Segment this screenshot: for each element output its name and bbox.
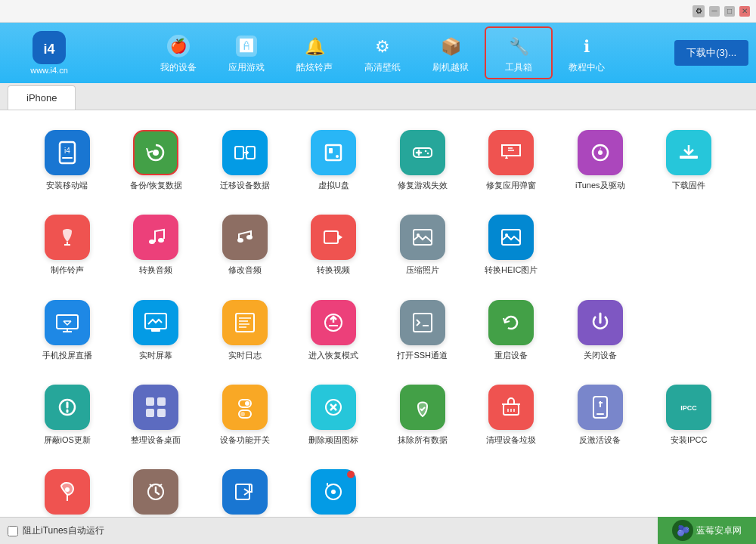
svg-rect-24: [680, 156, 698, 159]
tool-label-organize-desktop: 整理设备桌面: [131, 434, 181, 445]
tool-item-organize-desktop[interactable]: 整理设备桌面: [112, 380, 201, 450]
tool-item-placeholder3[interactable]: [645, 295, 734, 365]
svg-rect-35: [145, 314, 166, 329]
tool-item-clean-junk[interactable]: 清理设备垃圾: [467, 380, 556, 450]
svg-rect-37: [236, 314, 254, 332]
nav-label-wallpaper: 高清壁纸: [364, 61, 401, 74]
tool-item-device-toggle[interactable]: 设备功能开关: [200, 380, 290, 450]
tool-item-deactivate[interactable]: 反激活设备: [556, 380, 645, 450]
tool-item-edit-audio[interactable]: 修改音频: [200, 210, 290, 280]
tool-item-convert-heic[interactable]: 转换HEIC图片: [467, 210, 556, 280]
tool-item-install-ipcc[interactable]: IPCC 安装IPCC: [645, 380, 734, 450]
nav-item-tutorials[interactable]: ℹ 教程中心: [553, 26, 621, 79]
tool-icon-edit-audio: [222, 215, 268, 260]
tool-icon-clean-junk: [488, 385, 534, 430]
tool-item-break-time-limit[interactable]: 破解时间限额: [112, 465, 201, 517]
tool-item-download-firmware[interactable]: 下载固件: [645, 125, 734, 195]
tool-item-shutdown-device[interactable]: 关闭设备: [556, 295, 645, 365]
tool-icon-convert-audio: [133, 215, 178, 260]
nav-item-apps-games[interactable]: 🅰 应用游戏: [212, 26, 280, 79]
tool-item-placeholder1[interactable]: [556, 210, 645, 280]
svg-point-31: [417, 233, 420, 236]
tool-item-open-ssh[interactable]: 打开SSH通道: [378, 295, 467, 365]
tool-label-wipe-all-data: 抹除所有数据: [398, 434, 448, 445]
ringtones-icon: 🔔: [301, 32, 328, 60]
tool-label-compress-photo: 压缩照片: [406, 264, 439, 275]
tool-icon-wipe-all-data: [400, 385, 445, 430]
my-device-icon: 🍎: [165, 32, 192, 60]
tool-item-block-ios-update[interactable]: 屏蔽iOS更新: [23, 380, 112, 450]
svg-rect-17: [326, 145, 341, 160]
nav-label-ringtones: 酷炫铃声: [296, 61, 333, 74]
nav-item-ringtones[interactable]: 🔔 酷炫铃声: [280, 26, 349, 79]
tool-icon-download-firmware: [666, 130, 711, 175]
svg-text:i4: i4: [43, 42, 54, 57]
tool-item-compress-photo[interactable]: 压缩照片: [378, 210, 467, 280]
tool-item-backup-restore[interactable]: 备份/恢复数据: [112, 125, 201, 195]
tool-item-migrate-device[interactable]: 迁移设备数据: [200, 125, 290, 195]
nav-item-jailbreak[interactable]: 📦 刷机越狱: [417, 26, 485, 79]
tool-item-virtual-udisk[interactable]: 虚拟U盘: [290, 125, 379, 195]
tool-item-realtime-screen[interactable]: 实时屏幕: [112, 295, 201, 365]
svg-rect-52: [596, 413, 604, 415]
tool-item-wipe-all-data[interactable]: 抹除所有数据: [378, 380, 467, 450]
tool-icon-backup-restore: [133, 130, 178, 175]
tool-label-convert-audio: 转换音频: [139, 264, 172, 275]
tool-item-realtime-log[interactable]: 实时日志: [200, 295, 290, 365]
nav-item-my-device[interactable]: 🍎 我的设备: [144, 26, 212, 79]
nav-label-my-device: 我的设备: [160, 61, 197, 74]
svg-point-58: [331, 490, 336, 494]
itunes-auto-run-checkbox[interactable]: [8, 526, 18, 536]
tool-item-fix-game[interactable]: 修复游戏失效: [378, 125, 467, 195]
tool-icon-fix-game: [400, 130, 445, 175]
tool-item-convert-video[interactable]: 转换视频: [290, 210, 379, 280]
svg-rect-34: [57, 315, 78, 329]
svg-rect-42: [157, 397, 166, 406]
svg-rect-29: [324, 231, 338, 243]
tool-icon-fix-popup: [488, 130, 534, 175]
settings-titlebar-icon[interactable]: ⚙: [692, 5, 705, 17]
tool-label-fix-game: 修复游戏失效: [398, 180, 448, 190]
tool-item-enter-recovery[interactable]: 进入恢复模式: [290, 295, 379, 365]
svg-rect-36: [151, 329, 160, 332]
tool-label-make-ringtone: 制作铃声: [51, 264, 84, 275]
tool-item-backup-sector[interactable]: 备份引导区数据: [290, 465, 379, 517]
download-button[interactable]: 下载中(3)...: [674, 40, 748, 66]
tool-icon-virtual-udisk: [311, 130, 356, 175]
tool-item-itunes-driver[interactable]: ♪ iTunes及驱动: [556, 125, 645, 195]
svg-point-28: [246, 235, 253, 240]
tool-icon-compress-photo: [400, 215, 445, 260]
minimize-btn[interactable]: ─: [709, 6, 720, 17]
svg-rect-43: [146, 409, 154, 417]
svg-rect-18: [329, 148, 333, 153]
tool-label-deactivate: 反激活设备: [579, 434, 621, 445]
svg-point-33: [505, 233, 508, 236]
brand-area: 🫐 蓝莓安卓网: [658, 517, 756, 544]
iphone-tab[interactable]: iPhone: [8, 85, 76, 110]
close-btn[interactable]: ✕: [739, 6, 750, 17]
svg-text:🔔: 🔔: [305, 36, 326, 57]
tool-item-install-mobile[interactable]: i4 安装移动端: [23, 125, 112, 195]
tool-item-restart-device[interactable]: 重启设备: [467, 295, 556, 365]
svg-text:IPCC: IPCC: [680, 404, 697, 412]
tool-label-remove-stubborn: 删除顽固图标: [308, 434, 358, 445]
tool-item-make-ringtone[interactable]: 制作铃声: [23, 210, 112, 280]
maximize-btn[interactable]: □: [724, 6, 735, 17]
tool-icon-install-ipcc: IPCC: [666, 385, 711, 430]
tool-item-screen-mirror[interactable]: 手机投屏直播: [23, 295, 112, 365]
svg-text:⚙: ⚙: [375, 37, 390, 56]
nav-item-wallpaper[interactable]: ⚙ 高清壁纸: [349, 26, 417, 79]
tool-label-backup-restore: 备份/恢复数据: [130, 180, 182, 190]
tool-label-open-ssh: 打开SSH通道: [397, 350, 448, 360]
logo[interactable]: i4 www.i4.cn: [8, 31, 91, 75]
tool-item-placeholder2[interactable]: [645, 210, 734, 280]
tool-item-remove-stubborn[interactable]: 删除顽固图标: [290, 380, 379, 450]
tool-item-convert-audio[interactable]: 转换音频: [112, 210, 201, 280]
svg-point-46: [245, 401, 249, 406]
tool-item-virtual-location[interactable]: 虚拟定位: [23, 465, 112, 517]
tool-icon-migrate-device: [222, 130, 268, 175]
tool-item-skip-setup[interactable]: 跳过设置向导: [200, 465, 290, 517]
tool-item-fix-popup[interactable]: 修复应用弹窗: [467, 125, 556, 195]
nav-item-toolbox[interactable]: 🔧 工具箱: [485, 26, 553, 79]
tool-icon-convert-heic: [488, 215, 534, 260]
